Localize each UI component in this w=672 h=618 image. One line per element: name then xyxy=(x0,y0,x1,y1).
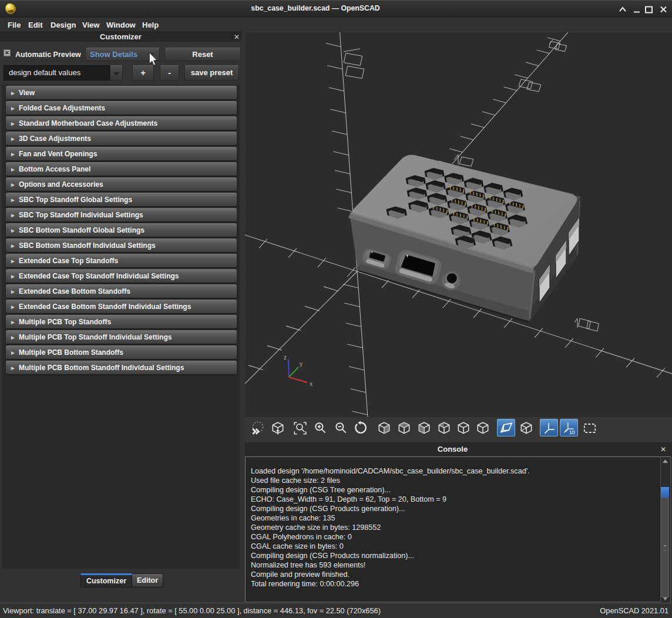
svg-text:y: y xyxy=(300,361,303,367)
svg-text:z: z xyxy=(284,354,287,361)
svg-text:x: x xyxy=(310,381,313,387)
svg-text:10: 10 xyxy=(569,429,575,435)
